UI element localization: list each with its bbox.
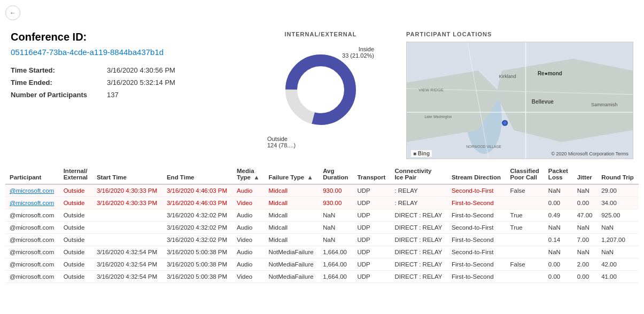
cell-failure_type: Midcall <box>264 209 319 222</box>
cell-media_type: Audio <box>232 246 264 258</box>
cell-start_time: 3/16/2020 4:32:54 PM <box>92 271 162 283</box>
cell-packet_loss: 0.00 <box>544 197 573 209</box>
outside-label: Outside 124 (78....) <box>267 136 296 148</box>
table-row[interactable]: @microsoft.comOutside3/16/2020 4:32:54 P… <box>5 271 639 283</box>
table-row[interactable]: @microsoft.comOutside3/16/2020 4:32:02 P… <box>5 234 639 246</box>
col-media-type[interactable]: MediaType ▲ <box>232 164 264 184</box>
cell-end_time: 3/16/2020 4:46:03 PM <box>162 184 232 197</box>
table-row[interactable]: @microsoft.comOutside3/16/2020 4:30:33 P… <box>5 184 639 197</box>
cell-stream_direction: Second-to-First <box>447 222 506 234</box>
cell-avg_duration: 1,664.00 <box>319 246 353 258</box>
cell-round_trip: 42.00 <box>597 258 639 271</box>
cell-end_time: 3/16/2020 4:46:03 PM <box>162 197 232 209</box>
col-round-trip[interactable]: Round Trip <box>597 164 639 184</box>
conference-id-title: Conference ID: <box>11 31 235 43</box>
cell-transport: UDP <box>353 258 390 271</box>
inside-label: Inside 33 (21.02%) <box>342 46 374 59</box>
table-row[interactable]: @microsoft.comOutside3/16/2020 4:30:33 P… <box>5 197 639 209</box>
cell-packet_loss: NaN <box>544 222 573 234</box>
cell-packet_loss: 0.00 <box>544 258 573 271</box>
table-row[interactable]: @microsoft.comOutside3/16/2020 4:32:02 P… <box>5 209 639 222</box>
cell-packet_loss: 0.00 <box>544 271 573 283</box>
cell-media_type: Audio <box>232 209 264 222</box>
cell-avg_duration: 1,664.00 <box>319 258 353 271</box>
cell-round_trip: NaN <box>597 246 639 258</box>
time-ended-label: Time Ended: <box>11 78 107 87</box>
cell-classified_poor_call: False <box>506 184 544 197</box>
cell-transport: UDP <box>353 222 390 234</box>
col-jitter[interactable]: Jitter <box>573 164 597 184</box>
cell-internal_external: Outside <box>59 197 92 209</box>
cell-media_type: Audio <box>232 222 264 234</box>
cell-end_time: 3/16/2020 4:32:02 PM <box>162 234 232 246</box>
col-classified-poor-call[interactable]: ClassifiedPoor Call <box>506 164 544 184</box>
back-button[interactable]: ← <box>5 5 20 20</box>
cell-jitter: NaN <box>573 222 597 234</box>
col-transport[interactable]: Transport <box>353 164 390 184</box>
cell-internal_external: Outside <box>59 184 92 197</box>
cell-packet_loss: 0.14 <box>544 234 573 246</box>
table-header: Participant Internal/External Start Time… <box>5 164 639 184</box>
col-end-time[interactable]: End Time <box>162 164 232 184</box>
cell-connectivity: DIRECT : RELAY <box>390 246 447 258</box>
cell-avg_duration: 930.00 <box>319 197 353 209</box>
map-copyright: © 2020 Microsoft Corporation Terms <box>551 151 629 156</box>
cell-connectivity: DIRECT : RELAY <box>390 258 447 271</box>
cell-packet_loss: 0.49 <box>544 209 573 222</box>
cell-participant: @microsoft.com <box>5 222 59 234</box>
cell-stream_direction: Second-to-First <box>447 246 506 258</box>
conference-id-link[interactable]: 05116e47-73ba-4cde-a119-8844ba437b1d <box>11 48 235 57</box>
cell-avg_duration: NaN <box>319 222 353 234</box>
svg-text:Lake Washington: Lake Washington <box>424 115 452 119</box>
col-avg-duration[interactable]: AvgDuration <box>319 164 353 184</box>
cell-stream_direction: First-to-Second <box>447 197 506 209</box>
cell-avg_duration: 1,664.00 <box>319 271 353 283</box>
cell-participant: @microsoft.com <box>5 271 59 283</box>
cell-internal_external: Outside <box>59 258 92 271</box>
map-title: PARTICIPANT LOCATIONS <box>406 31 633 37</box>
data-table-section: Participant Internal/External Start Time… <box>0 164 644 283</box>
svg-text:Sammamish: Sammamish <box>591 102 617 107</box>
cell-start_time <box>92 222 162 234</box>
cell-jitter: 2.00 <box>573 258 597 271</box>
table-body: @microsoft.comOutside3/16/2020 4:30:33 P… <box>5 184 639 283</box>
cell-failure_type: Midcall <box>264 184 319 197</box>
col-internal-external[interactable]: Internal/External <box>59 164 92 184</box>
table-row[interactable]: @microsoft.comOutside3/16/2020 4:32:54 P… <box>5 246 639 258</box>
cell-participant: @microsoft.com <box>5 184 59 197</box>
svg-marker-5 <box>496 59 633 142</box>
cell-classified_poor_call <box>506 246 544 258</box>
table-row[interactable]: @microsoft.comOutside3/16/2020 4:32:02 P… <box>5 222 639 234</box>
cell-connectivity: : RELAY <box>390 197 447 209</box>
cell-end_time: 3/16/2020 5:00:38 PM <box>162 258 232 271</box>
participants-label: Number of Participants <box>11 91 107 99</box>
cell-internal_external: Outside <box>59 271 92 283</box>
cell-classified_poor_call <box>506 271 544 283</box>
col-connectivity[interactable]: ConnectivityIce Pair <box>390 164 447 184</box>
cell-stream_direction: First-to-Second <box>447 271 506 283</box>
cell-failure_type: NotMediaFailure <box>264 258 319 271</box>
participants-table: Participant Internal/External Start Time… <box>5 164 639 283</box>
table-row[interactable]: @microsoft.comOutside3/16/2020 4:32:54 P… <box>5 258 639 271</box>
cell-failure_type: Midcall <box>264 197 319 209</box>
cell-participant: @microsoft.com <box>5 246 59 258</box>
cell-failure_type: Midcall <box>264 234 319 246</box>
cell-jitter: NaN <box>573 246 597 258</box>
cell-media_type: Video <box>232 271 264 283</box>
col-participant[interactable]: Participant <box>5 164 59 184</box>
conference-info-panel: Conference ID: 05116e47-73ba-4cde-a119-8… <box>11 31 235 159</box>
cell-jitter: 0.00 <box>573 197 597 209</box>
cell-round_trip: 41.00 <box>597 271 639 283</box>
donut-svg <box>278 47 363 132</box>
cell-packet_loss: NaN <box>544 184 573 197</box>
col-start-time[interactable]: Start Time <box>92 164 162 184</box>
col-stream-direction[interactable]: Stream Direction <box>447 164 506 184</box>
cell-round_trip: 925.00 <box>597 209 639 222</box>
col-failure-type[interactable]: Failure Type ▲ <box>264 164 319 184</box>
svg-text:Kirkland: Kirkland <box>499 74 516 79</box>
internal-external-chart: INTERNAL/EXTERNAL Inside 33 (21.02%) Out… <box>246 31 395 159</box>
cell-connectivity: DIRECT : RELAY <box>390 234 447 246</box>
cell-failure_type: Midcall <box>264 222 319 234</box>
col-packet-loss[interactable]: PacketLoss <box>544 164 573 184</box>
cell-stream_direction: First-to-Second <box>447 258 506 271</box>
